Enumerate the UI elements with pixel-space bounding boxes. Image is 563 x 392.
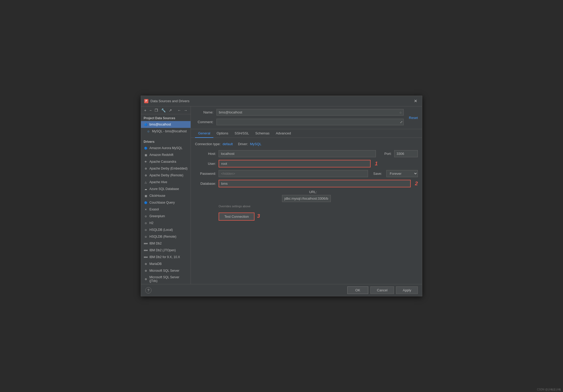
test-connection-button[interactable]: Test Connection — [219, 213, 255, 221]
driver-label: Apache Derby (Remote) — [149, 173, 183, 177]
driver-apache-derby-remote[interactable]: ⚙ Apache Derby (Remote) — [141, 172, 191, 179]
project-datasource-bms-label: bms@localhost — [149, 123, 171, 126]
dialog: P Data Sources and Drivers ✕ + − ❐ 🔧 ↗ ←… — [141, 96, 422, 296]
port-input[interactable] — [394, 150, 418, 157]
connection-type-value[interactable]: default — [223, 142, 233, 146]
driver-couchbase[interactable]: 🔵 Couchbase Query — [141, 199, 191, 206]
tab-advanced[interactable]: Advanced — [273, 129, 294, 138]
export-button[interactable]: ↗ — [168, 108, 173, 113]
url-label: URL: — [296, 190, 317, 194]
driver-label: MariaDB — [149, 262, 162, 266]
drivers-list: 🔵 Amazon Aurora MySQL ▦ Amazon Redshift … — [141, 145, 191, 284]
driver-hsqldb-local[interactable]: ⊙ HSQLDB (Local) — [141, 226, 191, 233]
driver-label: Microsoft SQL Server (jTds) — [149, 275, 188, 283]
save-select[interactable]: Forever Until restart Never — [386, 170, 418, 177]
save-label-text: Save: — [373, 172, 384, 176]
host-input[interactable] — [219, 150, 376, 157]
datasource-icon: 🔵 — [144, 122, 148, 127]
driver-hsqldb-remote[interactable]: ⊙ HSQLDB (Remote) — [141, 233, 191, 240]
reset-link[interactable]: Reset — [409, 116, 418, 120]
right-header: Name: ○ Comment: ⤢ Reset — [191, 106, 422, 129]
help-button[interactable]: ? — [145, 287, 151, 293]
driver-icon: ⊙ — [144, 228, 148, 232]
host-label: Host: — [195, 152, 216, 156]
ok-button[interactable]: OK — [347, 286, 368, 294]
driver-apache-hive[interactable]: △ Apache Hive — [141, 179, 191, 186]
url-row: URL: — [195, 190, 418, 202]
driver-icon: 🔵 — [144, 200, 148, 205]
apply-button[interactable]: Apply — [396, 286, 418, 294]
driver-label: Apache Derby (Embedded) — [149, 167, 187, 170]
driver-clickhouse[interactable]: ▦ ClickHouse — [141, 192, 191, 199]
nav-forward-button[interactable]: → — [183, 108, 188, 113]
driver-label: ClickHouse — [149, 194, 165, 198]
driver-azure-sql[interactable]: ☁ Azure SQL Database — [141, 186, 191, 192]
driver-mariadb[interactable]: ⚙ MariaDB — [141, 260, 191, 267]
comment-input[interactable] — [216, 119, 404, 125]
driver-icon: ▦ — [144, 194, 148, 198]
driver-label: IBM Db2 — [149, 242, 162, 245]
driver-icon: △ — [144, 180, 148, 184]
test-connection-wrap: Test Connection 3 — [219, 213, 418, 221]
project-datasource-bms[interactable]: 🔵 bms@localhost — [141, 121, 191, 128]
user-row: User: 1 — [195, 160, 418, 167]
comment-label: Comment: — [195, 120, 213, 124]
driver-ibm-db2-9x[interactable]: IBM IBM Db2 for 9.X, 10.X — [141, 254, 191, 260]
title-bar: P Data Sources and Drivers ✕ — [141, 96, 422, 106]
driver-icon: 🔵 — [144, 146, 148, 150]
driver-label: Apache Hive — [149, 180, 167, 184]
url-input[interactable] — [282, 195, 331, 202]
driver-amazon-aurora-mysql[interactable]: 🔵 Amazon Aurora MySQL — [141, 145, 191, 151]
user-label: User: — [195, 162, 216, 166]
driver-value[interactable]: MySQL — [250, 142, 261, 146]
main-form: Connection type: default Driver: MySQL H… — [191, 138, 422, 284]
action-buttons: OK Cancel Apply — [347, 286, 418, 294]
nav-back-button[interactable]: ← — [176, 108, 182, 113]
database-input[interactable] — [219, 180, 411, 187]
tabs-bar: General Options SSH/SSL Schemas Advanced — [191, 129, 422, 138]
add-button[interactable]: + — [143, 108, 147, 113]
driver-icon: ⚙ — [144, 173, 148, 177]
tab-general[interactable]: General — [195, 129, 213, 138]
driver-icon: 👁 — [144, 160, 148, 164]
driver-icon: ⚙ — [144, 166, 148, 171]
driver-icon: ☁ — [144, 187, 148, 191]
project-datasource-mysql[interactable]: ⊙ MySQL - bms@localhost — [141, 128, 191, 135]
driver-icon: ⊙ — [144, 235, 148, 239]
connection-type-label: Connection type: — [195, 142, 221, 146]
driver-label: Amazon Aurora MySQL — [149, 146, 182, 150]
settings-button[interactable]: 🔧 — [160, 108, 167, 113]
remove-button[interactable]: − — [148, 108, 153, 113]
driver-label: IBM Db2 for 9.X, 10.X — [149, 255, 180, 259]
annotation-2: 2 — [415, 181, 418, 187]
driver-greenplum[interactable]: ⊙ Greenplum — [141, 213, 191, 220]
left-toolbar: + − ❐ 🔧 ↗ ← → — [141, 106, 191, 114]
driver-icon: ⊙ — [144, 221, 148, 225]
driver-label: HSQLDB (Local) — [149, 228, 173, 232]
tab-schemas[interactable]: Schemas — [252, 129, 273, 138]
driver-apache-cassandra[interactable]: 👁 Apache Cassandra — [141, 158, 191, 165]
driver-ibm-db2-jtopen[interactable]: IBM IBM Db2 (JTOpen) — [141, 247, 191, 254]
driver-h2[interactable]: ⊙ H2 — [141, 220, 191, 226]
driver-mssql-jtds[interactable]: ⚙ Microsoft SQL Server (jTds) — [141, 274, 191, 284]
driver-mssql[interactable]: ⚙ Microsoft SQL Server — [141, 267, 191, 274]
name-input[interactable] — [216, 109, 404, 116]
tab-ssh-ssl[interactable]: SSH/SSL — [231, 129, 252, 138]
nav-buttons: ← → — [176, 108, 188, 113]
user-input[interactable] — [219, 160, 371, 167]
driver-amazon-redshift[interactable]: ▦ Amazon Redshift — [141, 151, 191, 158]
password-label: Password: — [195, 172, 216, 176]
connection-type-row: Connection type: default Driver: MySQL — [195, 142, 418, 146]
copy-button[interactable]: ❐ — [154, 108, 159, 113]
comment-row: Comment: ⤢ — [195, 119, 404, 125]
tab-options[interactable]: Options — [213, 129, 231, 138]
driver-ibm-db2[interactable]: IBM IBM Db2 — [141, 240, 191, 247]
cancel-button[interactable]: Cancel — [370, 286, 394, 294]
close-button[interactable]: ✕ — [412, 98, 419, 104]
driver-apache-derby-embedded[interactable]: ⚙ Apache Derby (Embedded) — [141, 165, 191, 172]
driver-label: H2 — [149, 221, 153, 225]
password-input[interactable] — [219, 170, 368, 177]
driver-exasol[interactable]: ✕ Exasol — [141, 206, 191, 213]
port-label: Port: — [381, 152, 392, 156]
expand-button[interactable]: ⤢ — [400, 120, 403, 124]
